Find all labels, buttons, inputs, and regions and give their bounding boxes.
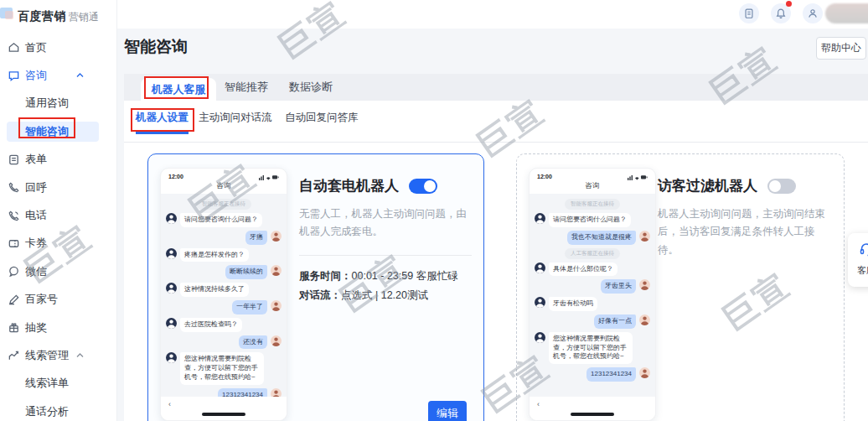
subtab-proactive-dialog-flow[interactable]: 主动询问对话流 xyxy=(199,111,272,132)
robot-description: 无需人工，机器人主动询问问题，由机器人完成套电。 xyxy=(299,205,472,242)
sidebar-item-phone[interactable]: 电话 xyxy=(0,201,117,229)
sidebar-item-leads[interactable]: 线索管理 xyxy=(0,341,117,369)
sidebar-nav: 首页 咨询 通用咨询 智能咨询 表单 回呼 电话 卡券 xyxy=(0,34,117,421)
phone-time: 12:00 xyxy=(168,174,183,179)
page-title: 智能咨询 xyxy=(124,36,188,58)
secondary-tabs: 机器人设置 主动询问对话流 自动回复问答库 xyxy=(124,101,868,142)
leads-icon xyxy=(8,349,20,361)
phone-status-bar: 12:00 xyxy=(530,169,655,181)
chat-preview: 智能客服正在接待 请问您要咨询什么问题？ 我也不知道就是很疼 人工客服正在接待 … xyxy=(530,194,655,397)
agent-avatar xyxy=(535,332,545,343)
phone-preview: 12:00 咨询 智能客服正在接待 请问您要咨询什么问题？ 牙痛 疼痛是怎样发作… xyxy=(160,168,287,421)
phone-status-bar: 12:00 xyxy=(161,169,287,181)
visitor-filter-toggle[interactable] xyxy=(767,179,796,194)
sidebar-item-coupon[interactable]: 卡券 xyxy=(0,230,117,257)
sidebar-item-lead-details[interactable]: 线索详单 xyxy=(0,370,117,398)
chevron-up-icon xyxy=(76,73,84,78)
back-chevron-icon: ‹ xyxy=(537,400,540,408)
phone-time: 12:00 xyxy=(537,174,552,179)
card-visitor-filter-robot: 12:00 咨询 智能客服正在接待 请问您要咨询什么问题？ 我也不知道就是很疼 … xyxy=(516,153,845,421)
sidebar-item-call-analysis[interactable]: 通话分析 xyxy=(0,398,117,421)
back-chevron-icon: ‹ xyxy=(168,400,171,408)
chat-message: 牙痛 xyxy=(166,231,282,245)
agent-avatar xyxy=(535,297,545,308)
agent-avatar xyxy=(166,283,177,294)
sidebar-item-home[interactable]: 首页 xyxy=(0,34,117,61)
tab-smart-recommend[interactable]: 智能推荐 xyxy=(225,74,268,101)
chat-message: 一年半了 xyxy=(166,300,282,314)
sidebar-item-smart-consult[interactable]: 智能咨询 xyxy=(0,117,117,145)
chat-message: 请问您要咨询什么问题？ xyxy=(166,213,282,227)
tab-data-diagnosis[interactable]: 数据诊断 xyxy=(289,74,333,101)
robot-info: 自动套电机器人 无需人工，机器人主动询问问题，由机器人完成套电。 服务时间：00… xyxy=(299,176,472,305)
chat-message: 牙齿有松动吗 xyxy=(535,297,650,311)
chat-message: 具体是什么部位呢？ xyxy=(535,262,650,277)
sidebar-item-general-consult[interactable]: 通用咨询 xyxy=(0,90,117,117)
brand-suffix: 营销通 xyxy=(69,11,99,23)
sidebar-item-lottery[interactable]: 抽奖 xyxy=(0,314,117,341)
agent-avatar xyxy=(535,213,545,224)
brand-name: 百度营销 xyxy=(18,9,66,23)
chat-system-pill: 人工客服正在接待 xyxy=(565,248,620,259)
callback-icon xyxy=(8,181,20,194)
home-icon xyxy=(8,41,20,54)
logo-icon xyxy=(0,8,13,18)
subtab-robot-settings[interactable]: 机器人设置 xyxy=(136,111,189,134)
auto-dial-toggle[interactable] xyxy=(409,179,437,194)
chat-message: 牙齿里头 xyxy=(535,279,650,294)
agent-avatar xyxy=(166,318,177,329)
help-center-button[interactable]: 帮助中心 xyxy=(816,37,866,60)
user-avatar xyxy=(639,231,650,242)
topbar xyxy=(117,0,868,29)
customer-service-widget[interactable]: 客服 xyxy=(848,233,868,287)
robot-meta: 服务时间：00:01 - 23:59 客服忙碌 对话流：点选式 | 12.20测… xyxy=(299,267,472,305)
chat-icon xyxy=(8,70,20,82)
lottery-icon xyxy=(8,321,20,334)
clipboard-icon[interactable] xyxy=(739,3,759,23)
phone-bottom-bar: ‹ xyxy=(530,397,655,420)
baijiahao-icon xyxy=(8,294,20,306)
phone-bottom-bar: ‹ xyxy=(161,397,287,420)
home-indicator xyxy=(571,413,614,416)
app-logo: 百度营销营销通 xyxy=(0,0,116,34)
chat-message: 这种情况持续多久了 xyxy=(166,283,282,297)
phone-header-title: 咨询 xyxy=(530,181,655,194)
chat-message: 断断续续的 xyxy=(166,265,282,279)
user-avatar xyxy=(639,367,650,378)
user-avatar xyxy=(271,335,282,346)
chat-message: 去过医院检查吗？ xyxy=(166,318,282,332)
sidebar-item-form[interactable]: 表单 xyxy=(0,146,117,174)
chat-message: 好像有一点 xyxy=(535,314,650,329)
agent-avatar xyxy=(535,262,545,273)
user-avatar xyxy=(271,231,282,242)
user-avatar xyxy=(639,279,650,290)
chat-message: 疼痛是怎样发作的？ xyxy=(166,248,282,262)
phone-preview: 12:00 咨询 智能客服正在接待 请问您要咨询什么问题？ 我也不知道就是很疼 … xyxy=(529,168,656,421)
sidebar-item-callback[interactable]: 回呼 xyxy=(0,174,117,201)
agent-avatar xyxy=(166,352,177,363)
chat-message: 您这种情况需要到院检查，方便可以留下您的手机号，帮您在线预约哈~ xyxy=(535,332,650,364)
account-name-redacted[interactable] xyxy=(825,3,868,23)
user-avatar xyxy=(271,265,282,276)
robot-info: 访客过滤机器人 机器人主动询问问题，主动询问结束后，当访客回复满足条件转人工接待… xyxy=(658,176,830,259)
wechat-icon xyxy=(8,265,20,278)
chevron-up-icon xyxy=(76,353,84,358)
subtab-auto-reply-qa[interactable]: 自动回复问答库 xyxy=(285,111,359,132)
user-icon[interactable] xyxy=(803,3,823,23)
sidebar-item-consult[interactable]: 咨询 xyxy=(0,61,117,89)
user-avatar xyxy=(639,314,650,325)
sidebar-item-wechat[interactable]: 微信 xyxy=(0,257,117,285)
chat-preview: 智能客服正在接待 请问您要咨询什么问题？ 牙痛 疼痛是怎样发作的？ 断断续续的 … xyxy=(161,194,287,397)
chat-message: 请问您要咨询什么问题？ xyxy=(535,213,650,227)
home-indicator xyxy=(202,413,245,416)
coupon-icon xyxy=(8,237,20,250)
robot-title: 自动套电机器人 xyxy=(299,176,399,195)
sidebar: 百度营销营销通 首页 咨询 通用咨询 智能咨询 表单 回呼 电话 xyxy=(0,0,117,421)
chat-system-pill: 智能客服正在接待 xyxy=(565,199,620,210)
tab-robot-service[interactable]: 机器人客服 xyxy=(141,78,216,101)
divider xyxy=(124,142,868,143)
robot-description: 机器人主动询问问题，主动询问结束后，当访客回复满足条件转人工接待。 xyxy=(658,205,830,259)
edit-button[interactable]: 编辑 xyxy=(428,401,467,421)
sidebar-item-baijiahao[interactable]: 百家号 xyxy=(0,286,117,314)
card-auto-dial-robot: 12:00 咨询 智能客服正在接待 请问您要咨询什么问题？ 牙痛 疼痛是怎样发作… xyxy=(147,153,484,421)
